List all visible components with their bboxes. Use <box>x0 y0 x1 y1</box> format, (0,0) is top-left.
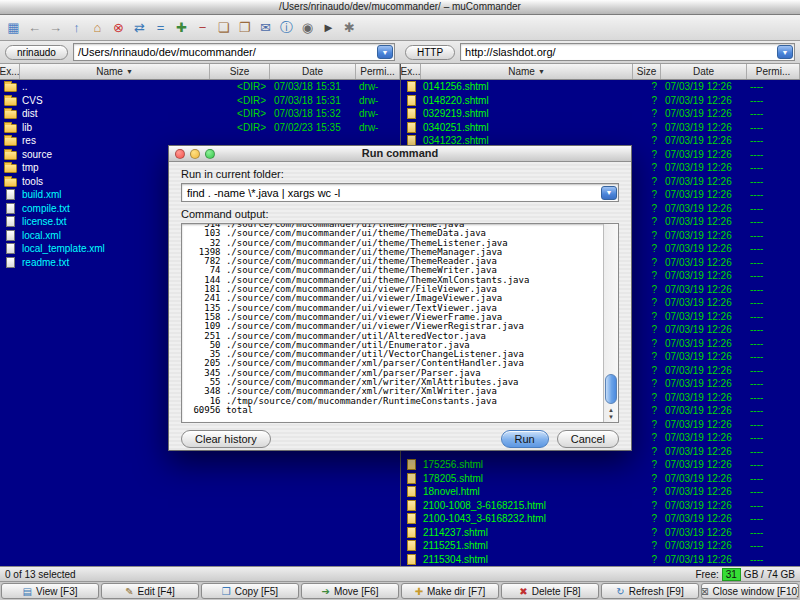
go-forward-icon[interactable]: → <box>46 18 65 38</box>
file-row[interactable]: 178205.shtml?07/03/19 12:26---- <box>401 472 800 486</box>
column-header-size[interactable]: Size <box>633 64 661 79</box>
column-header-ext[interactable]: Ex... <box>401 64 421 79</box>
column-header-date[interactable]: Date <box>270 64 356 79</box>
move-button[interactable]: ➔Move [F6] <box>301 583 399 599</box>
run-command-icon[interactable]: ► <box>319 18 338 38</box>
preferences-icon[interactable]: ✱ <box>340 18 359 38</box>
file-icon <box>407 95 416 106</box>
chevron-down-icon[interactable]: ▼ <box>377 45 393 59</box>
status-bar: 0 of 13 selected Free: 31 GB / 74 GB <box>0 566 800 581</box>
copy-button[interactable]: ❐Copy [F5] <box>201 583 299 599</box>
new-window-icon[interactable]: ▦ <box>4 18 23 38</box>
output-scrollbar[interactable]: ▲▼ <box>603 224 618 422</box>
view-icon: ▤ <box>23 586 32 597</box>
file-row[interactable]: 0329219.shtml?07/03/19 12:26---- <box>401 107 800 121</box>
swap-folders-icon[interactable]: ⇄ <box>130 18 149 38</box>
file-icon <box>6 243 15 254</box>
close-icon[interactable] <box>175 149 185 159</box>
file-row[interactable]: 0141256.shtml?07/03/19 12:26---- <box>401 80 800 94</box>
file-icon <box>407 473 416 484</box>
free-space-value: 31 <box>722 568 741 581</box>
file-row[interactable]: 2115304.shtml?07/03/19 12:26---- <box>401 553 800 567</box>
view-button[interactable]: ▤View [F3] <box>1 583 99 599</box>
file-icon <box>6 257 15 268</box>
dialog-titlebar[interactable]: Run command <box>169 146 631 162</box>
file-icon <box>6 203 15 214</box>
right-path-text[interactable]: http://slashdot.org/ <box>461 46 777 58</box>
go-home-icon[interactable]: ⌂ <box>88 18 107 38</box>
column-header-perm[interactable]: Permi... <box>356 64 400 79</box>
scrollbar-arrows-icon[interactable]: ▲▼ <box>604 407 618 421</box>
file-row[interactable]: 2100-1043_3-6168232.html?07/03/19 12:26-… <box>401 512 800 526</box>
file-name: 2100-1008_3-6168215.html <box>421 499 633 513</box>
command-combo[interactable]: find . -name \*.java | xargs wc -l ▼ <box>181 183 619 202</box>
command-output-area: 514 ./source/com/mucommander/ui/theme/Th… <box>181 223 619 423</box>
scrollbar-thumb[interactable] <box>605 374 617 404</box>
close-window-button[interactable]: ⊠Close window [F10] <box>701 583 799 599</box>
free-space-total: GB / 74 GB <box>744 569 795 580</box>
column-header-name[interactable]: Name ▼ <box>20 64 210 79</box>
go-back-icon[interactable]: ← <box>25 18 44 38</box>
pack-icon[interactable]: ❏ <box>214 18 233 38</box>
left-drive-button[interactable]: nrinaudo <box>5 45 68 60</box>
file-icon <box>407 486 416 497</box>
file-row[interactable]: 2114237.shtml?07/03/19 12:26---- <box>401 526 800 540</box>
run-button[interactable]: Run <box>501 430 549 448</box>
go-parent-icon[interactable]: ↑ <box>67 18 86 38</box>
edit-icon: ✎ <box>125 586 133 597</box>
mkdir-button[interactable]: ✚Make dir [F7] <box>401 583 499 599</box>
column-header-ext[interactable]: Ex... <box>0 64 20 79</box>
file-row[interactable]: dist<DIR>07/03/18 15:32drw- <box>0 107 400 121</box>
delete-button[interactable]: ✖Delete [F8] <box>501 583 599 599</box>
mark-group-icon[interactable]: ✚ <box>172 18 191 38</box>
view-label: View [F3] <box>36 586 78 597</box>
dialog-buttons: Clear history Run Cancel <box>181 429 619 449</box>
right-path-combo[interactable]: http://slashdot.org/ ▼ <box>460 43 795 61</box>
command-input[interactable]: find . -name \*.java | xargs wc -l <box>182 187 601 199</box>
file-row[interactable]: 2100-1008_3-6168215.html?07/03/19 12:26-… <box>401 499 800 513</box>
left-path-combo[interactable]: /Users/nrinaudo/dev/mucommander/ ▼ <box>73 43 395 61</box>
file-row[interactable]: 0148220.shtml?07/03/19 12:26---- <box>401 94 800 108</box>
column-header-perm[interactable]: Permi... <box>747 64 800 79</box>
connect-server-icon[interactable]: ◉ <box>298 18 317 38</box>
file-icon <box>407 500 416 511</box>
file-name: 0329219.shtml <box>421 107 633 121</box>
edit-button[interactable]: ✎Edit [F4] <box>101 583 199 599</box>
unpack-icon[interactable]: ❐ <box>235 18 254 38</box>
file-row[interactable]: 0340251.shtml?07/03/19 12:26---- <box>401 121 800 135</box>
chevron-down-icon[interactable]: ▼ <box>777 45 793 59</box>
file-name: CVS <box>20 94 210 108</box>
file-icon <box>407 540 416 551</box>
file-row[interactable]: ..<DIR>07/03/18 15:31drw- <box>0 80 400 94</box>
column-header-name[interactable]: Name ▼ <box>421 64 633 79</box>
move-label: Move [F6] <box>334 586 378 597</box>
file-name: 0340251.shtml <box>421 121 633 135</box>
free-space-label: Free: <box>695 569 718 580</box>
file-icon <box>6 189 15 200</box>
function-key-bar: ▤View [F3]✎Edit [F4]❐Copy [F5]➔Move [F6]… <box>0 581 800 600</box>
file-row[interactable]: CVS<DIR>07/03/18 15:31drw- <box>0 94 400 108</box>
mucommander-window: /Users/nrinaudo/dev/mucommander/ – muCom… <box>0 0 800 600</box>
file-icon <box>6 230 15 241</box>
file-row[interactable]: 2115251.shtml?07/03/19 12:26---- <box>401 539 800 553</box>
properties-icon[interactable]: ⓘ <box>277 18 296 38</box>
file-row[interactable]: 18novel.html?07/03/19 12:26---- <box>401 485 800 499</box>
unmark-group-icon[interactable]: − <box>193 18 212 38</box>
zoom-icon[interactable] <box>205 149 215 159</box>
right-drive-button[interactable]: HTTP <box>405 45 455 60</box>
set-same-folder-icon[interactable]: = <box>151 18 170 38</box>
window-titlebar[interactable]: /Users/nrinaudo/dev/mucommander/ – muCom… <box>0 0 800 15</box>
column-header-date[interactable]: Date <box>661 64 747 79</box>
column-header-size[interactable]: Size <box>210 64 270 79</box>
file-row[interactable]: lib<DIR>07/02/23 15:35drw- <box>0 121 400 135</box>
clear-history-button[interactable]: Clear history <box>181 430 271 448</box>
refresh-button[interactable]: ↻Refresh [F9] <box>601 583 699 599</box>
minimize-icon[interactable] <box>190 149 200 159</box>
cancel-button[interactable]: Cancel <box>557 430 619 448</box>
sort-arrow-icon: ▼ <box>126 68 133 75</box>
file-row[interactable]: 175256.shtml?07/03/19 12:26---- <box>401 458 800 472</box>
chevron-down-icon[interactable]: ▼ <box>601 186 617 200</box>
left-path-text[interactable]: /Users/nrinaudo/dev/mucommander/ <box>74 46 377 58</box>
stop-icon[interactable]: ⊗ <box>109 18 128 38</box>
email-files-icon[interactable]: ✉ <box>256 18 275 38</box>
